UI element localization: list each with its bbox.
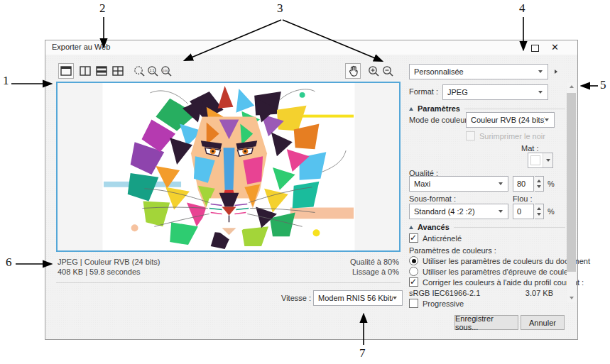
zoom-out-icon [382,65,394,77]
antialias-label: Anticrénelé [423,234,462,243]
color-swatch [530,155,540,165]
color-settings-label: Paramètres de couleurs : [409,246,496,255]
single-pane-view-button[interactable] [58,63,74,79]
two-vertical-panes-button[interactable] [77,63,93,79]
panel-scrollbar[interactable] [567,82,576,302]
status-smoothing-line: Lissage à 0% [352,268,399,276]
zoom-to-fit-button[interactable] [132,63,146,79]
dialog-title: Exporter au Web [52,43,110,51]
pan-tool-button[interactable] [345,63,361,79]
format-value: JPEG [447,88,538,96]
preset-dropdown[interactable]: Personnalisée [409,64,548,79]
quality-value: Maxi [414,180,499,188]
matte-label: Mat : [521,144,538,153]
subformat-dropdown[interactable]: Standard (4 :2 :2) [409,204,508,219]
chevron-down-icon [545,118,549,121]
preset-flyout-button[interactable] [551,64,561,79]
format-dropdown[interactable]: JPEG [442,84,548,100]
cancel-button[interactable]: Annuler [521,315,565,330]
section-avances[interactable]: Avancés [409,223,565,231]
callout-2: 2 [99,1,106,16]
scrollbar-thumb[interactable] [567,93,576,272]
quality-dropdown[interactable]: Maxi [409,176,508,192]
blur-unit: % [548,207,555,216]
checkbox-checked-icon [409,233,418,243]
correct-colors-checkbox[interactable]: Corriger les couleurs à l'aide du profil… [409,277,584,287]
zoom-in-icon [368,65,380,77]
preview-image-frame [102,83,354,250]
grid-panes-icon [112,66,124,76]
color-mode-value: Couleur RVB (24 bits) [471,116,545,124]
two-horizontal-panes-button[interactable] [94,63,109,79]
screenshot-stage: Exporter au Web ✕ [0,0,610,364]
radio-selected-icon [409,256,418,265]
lion-artwork [102,83,354,250]
quality-percent-input[interactable] [513,176,534,192]
maximize-icon[interactable] [531,45,539,52]
speed-label: Vitesse : [268,294,311,302]
callout-4: 4 [519,1,525,16]
matte-color-picker[interactable] [528,153,553,168]
spinner-arrows[interactable] [535,176,544,192]
spin-down-icon[interactable] [537,185,541,188]
spin-down-icon[interactable] [537,213,541,216]
antialias-checkbox[interactable]: Anticrénelé [409,233,462,243]
save-as-button[interactable]: Enregistrer sous... [454,315,518,330]
zoom-out-button[interactable] [381,63,395,79]
spinner-arrows[interactable] [535,204,544,219]
scroll-up-icon[interactable] [567,82,576,91]
status-size-line: 408 KB | 59.8 secondes [58,268,141,276]
zoom-in-button[interactable] [366,63,381,79]
vertical-split-icon [80,66,91,76]
callout-5: 5 [600,78,606,92]
checkbox-icon [466,131,475,140]
progressive-checkbox[interactable]: Progressive [409,299,464,308]
callout-3: 3 [277,1,283,16]
export-to-web-dialog: Exporter au Web ✕ [45,40,578,340]
blur-input[interactable] [513,204,534,219]
chevron-down-icon [393,297,397,299]
collapse-triangle-icon [409,107,413,111]
section-avances-title: Avancés [418,223,450,231]
use-proof-colors-radio[interactable]: Utiliser les paramètres d'épreuve de cou… [409,267,575,276]
close-icon[interactable]: ✕ [551,42,559,53]
zoom-100-icon: 100 [160,65,173,77]
use-proof-colors-label: Utiliser les paramètres d'épreuve de cou… [423,268,575,276]
section-rule [454,227,565,228]
zoom-1-1-button[interactable]: 1:1 [146,63,160,79]
chevron-down-icon [499,182,503,185]
scroll-down-icon[interactable] [567,294,576,302]
overprint-black-checkbox: Surimprimer le noir [466,131,545,140]
status-quality-line: Qualité à 80% [350,258,399,266]
use-document-colors-label: Utiliser les paramètres de couleurs du d… [423,257,590,265]
preview-pane[interactable] [56,82,401,252]
checkbox-checked-icon [409,277,418,287]
callout-6: 6 [6,255,12,270]
blur-spinner[interactable] [513,204,534,219]
subformat-label: Sous-format : [409,194,456,203]
zoom-to-fit-icon [134,65,146,77]
zoom-1-1-icon: 1:1 [147,65,159,77]
use-document-colors-radio[interactable]: Utiliser les paramètres de couleurs du d… [409,256,590,265]
spin-up-icon[interactable] [537,207,541,210]
progressive-label: Progressive [423,299,464,308]
callout-7: 7 [359,346,366,360]
collapse-triangle-icon [409,226,413,229]
section-parametres-title: Paramètres [418,104,460,113]
chevron-down-icon [538,91,543,94]
zoom-100-button[interactable]: 100 [159,63,173,79]
radio-icon [409,267,418,276]
chevron-down-icon [543,153,552,167]
spin-up-icon[interactable] [537,180,541,182]
quality-percent-spinner[interactable] [513,176,534,192]
checkbox-icon [409,299,418,308]
color-profile-size: 3.07 KB [511,289,553,297]
section-rule [464,109,565,109]
speed-dropdown[interactable]: Modem RNIS 56 Kbit/s [313,290,403,306]
speed-value: Modem RNIS 56 Kbit/s [318,294,393,302]
status-divider [56,282,401,283]
horizontal-split-icon [96,66,107,76]
color-mode-dropdown[interactable]: Couleur RVB (24 bits) [466,112,555,128]
titlebar[interactable]: Exporter au Web ✕ [45,40,577,55]
four-panes-button[interactable] [110,63,126,79]
